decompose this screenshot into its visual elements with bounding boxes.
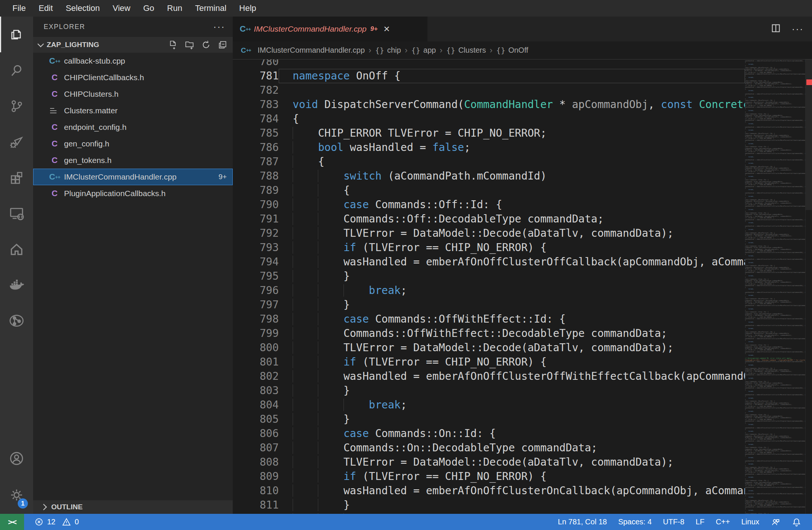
file-item-CHIPClusters.h[interactable]: CCHIPClusters.h xyxy=(33,86,233,102)
menu-terminal[interactable]: Terminal xyxy=(189,0,233,17)
menu-view[interactable]: View xyxy=(106,0,137,17)
code-line-804: 804 break; xyxy=(233,398,745,412)
settings-gear-icon[interactable]: 1 xyxy=(0,476,33,514)
remote-explorer-icon[interactable] xyxy=(0,195,33,231)
status-bar: >< 12 0 Ln 781, Col 18 Spaces: 4 UTF-8 L… xyxy=(0,514,812,530)
indentation[interactable]: Spaces: 4 xyxy=(614,514,655,530)
breadcrumb-item-Clusters[interactable]: {}Clusters xyxy=(446,46,486,55)
line-content: Commands::Off::DecodableType commandData… xyxy=(279,212,745,226)
close-icon[interactable]: × xyxy=(384,24,390,34)
extensions-icon[interactable] xyxy=(0,160,33,195)
circle-branch-icon[interactable] xyxy=(0,303,33,338)
source-control-icon[interactable] xyxy=(0,88,33,124)
file-item-gen_tokens.h[interactable]: Cgen_tokens.h xyxy=(33,152,233,169)
code-line-783: 783void DispatchServerCommand(CommandHan… xyxy=(233,97,745,112)
new-file-icon[interactable] xyxy=(168,40,178,50)
breadcrumb-label: chip xyxy=(387,46,401,55)
os-indicator[interactable]: Linux xyxy=(737,514,763,530)
line-number: 785 xyxy=(233,126,279,140)
folder-section-header[interactable]: ZAP_LIGHTING xyxy=(33,37,233,53)
file-name: IMClusterCommandHandler.cpp xyxy=(64,172,215,181)
breadcrumb: C++IMClusterCommandHandler.cpp›{}chip›{}… xyxy=(233,41,812,59)
eol[interactable]: LF xyxy=(692,514,708,530)
file-item-endpoint_config.h[interactable]: Cendpoint_config.h xyxy=(33,119,233,136)
chevron-down-icon xyxy=(38,41,44,47)
symbol-namespace-icon: {} xyxy=(375,46,384,55)
file-item-Clusters.matter[interactable]: Clusters.matter xyxy=(33,102,233,119)
refresh-icon[interactable] xyxy=(201,40,211,50)
code-line-807: 807 Commands::On::DecodableType commandD… xyxy=(233,441,745,455)
explorer-sidebar: EXPLORER ··· ZAP_LIGHTING xyxy=(33,17,233,514)
breadcrumb-item-IMClusterCommandHandler.cpp[interactable]: C++IMClusterCommandHandler.cpp xyxy=(241,46,365,55)
outline-section-header[interactable]: OUTLINE xyxy=(33,500,233,514)
explorer-more-actions-icon[interactable]: ··· xyxy=(213,25,225,29)
cpp-file-icon: C++ xyxy=(49,171,60,183)
line-content: if (TLVError == CHIP_NO_ERROR) { xyxy=(279,469,745,484)
c-header-file-icon: C xyxy=(49,88,60,100)
code-line-792: 792 TLVError = DataModel::Decode(aDataTl… xyxy=(233,226,745,241)
encoding[interactable]: UTF-8 xyxy=(659,514,688,530)
language-mode[interactable]: C++ xyxy=(712,514,734,530)
line-content: case Commands::OffWithEffect::Id: { xyxy=(279,312,745,326)
line-content: break; xyxy=(279,283,745,298)
warning-icon xyxy=(62,518,71,526)
docker-icon[interactable] xyxy=(0,267,33,303)
explorer-title: EXPLORER xyxy=(44,23,85,31)
breadcrumb-item-OnOff[interactable]: {}OnOff xyxy=(496,46,528,55)
editor-group: C++ IMClusterCommandHandler.cpp 9+ × ···… xyxy=(233,17,812,514)
activity-bar: 1 xyxy=(0,17,33,514)
line-number: 782 xyxy=(233,83,279,97)
line-content: break; xyxy=(279,398,745,412)
collapse-all-icon[interactable] xyxy=(218,40,227,50)
file-name: gen_tokens.h xyxy=(64,156,227,165)
breadcrumb-item-app[interactable]: {}app xyxy=(411,46,436,55)
menu-edit[interactable]: Edit xyxy=(32,0,59,17)
code-line-809: 809 if (TLVError == CHIP_NO_ERROR) { xyxy=(233,469,745,484)
line-content: TLVError = DataModel::Decode(aDataTlv, c… xyxy=(279,455,745,469)
menu-go[interactable]: Go xyxy=(137,0,160,17)
search-icon[interactable] xyxy=(0,52,33,88)
minimap[interactable]: wasHandled = emberAfLevelControlClusterM… xyxy=(745,59,805,514)
menu-file[interactable]: File xyxy=(6,0,32,17)
tab-imclustercommandhandler[interactable]: C++ IMClusterCommandHandler.cpp 9+ × xyxy=(233,17,427,41)
problems-indicator[interactable]: 12 0 xyxy=(31,514,82,530)
breadcrumb-separator-icon: › xyxy=(369,46,371,55)
code-line-803: 803 } xyxy=(233,384,745,398)
line-number: 780 xyxy=(233,59,279,69)
editor-more-actions-icon[interactable]: ··· xyxy=(792,27,804,31)
code-line-806: 806 case Commands::On::Id: { xyxy=(233,426,745,441)
run-debug-icon[interactable] xyxy=(0,124,33,160)
file-item-callback-stub.cpp[interactable]: C++callback-stub.cpp xyxy=(33,53,233,69)
menu-run[interactable]: Run xyxy=(161,0,189,17)
account-icon[interactable] xyxy=(0,440,33,476)
symbol-namespace-icon: {} xyxy=(446,46,455,55)
code-line-801: 801 if (TLVError == CHIP_NO_ERROR) { xyxy=(233,355,745,369)
menu-help[interactable]: Help xyxy=(233,0,263,17)
feedback-icon[interactable] xyxy=(767,514,784,530)
new-folder-icon[interactable] xyxy=(185,40,194,50)
code-line-784: 784{ xyxy=(233,112,745,126)
file-item-PluginApplicationCallbacks.h[interactable]: CPluginApplicationCallbacks.h xyxy=(33,185,233,202)
line-content: { xyxy=(279,155,745,169)
home-icon[interactable] xyxy=(0,231,33,267)
file-name: CHIPClusters.h xyxy=(64,90,227,99)
cpp-file-icon: C++ xyxy=(241,46,251,55)
code-editor[interactable]: 780781namespace OnOff {782783void Dispat… xyxy=(233,59,812,514)
line-number: 812 xyxy=(233,512,279,514)
line-content xyxy=(279,83,745,97)
line-content: wasHandled = emberAfOnOffClusterOnCallba… xyxy=(279,484,745,498)
file-item-CHIPClientCallbacks.h[interactable]: CCHIPClientCallbacks.h xyxy=(33,69,233,86)
cursor-position[interactable]: Ln 781, Col 18 xyxy=(554,514,611,530)
file-item-IMClusterCommandHandler.cpp[interactable]: C++IMClusterCommandHandler.cpp9+ xyxy=(33,169,233,185)
explorer-icon[interactable] xyxy=(0,17,33,52)
code-line-808: 808 TLVError = DataModel::Decode(aDataTl… xyxy=(233,455,745,469)
line-number: 808 xyxy=(233,455,279,469)
breadcrumb-item-chip[interactable]: {}chip xyxy=(375,46,401,55)
notifications-bell-icon[interactable] xyxy=(788,514,805,530)
overview-ruler[interactable] xyxy=(805,59,812,514)
menu-selection[interactable]: Selection xyxy=(59,0,106,17)
line-content: TLVError = DataModel::Decode(aDataTlv, c… xyxy=(279,226,745,241)
file-item-gen_config.h[interactable]: Cgen_config.h xyxy=(33,136,233,152)
split-editor-icon[interactable] xyxy=(771,23,781,35)
remote-indicator[interactable]: >< xyxy=(0,514,24,530)
